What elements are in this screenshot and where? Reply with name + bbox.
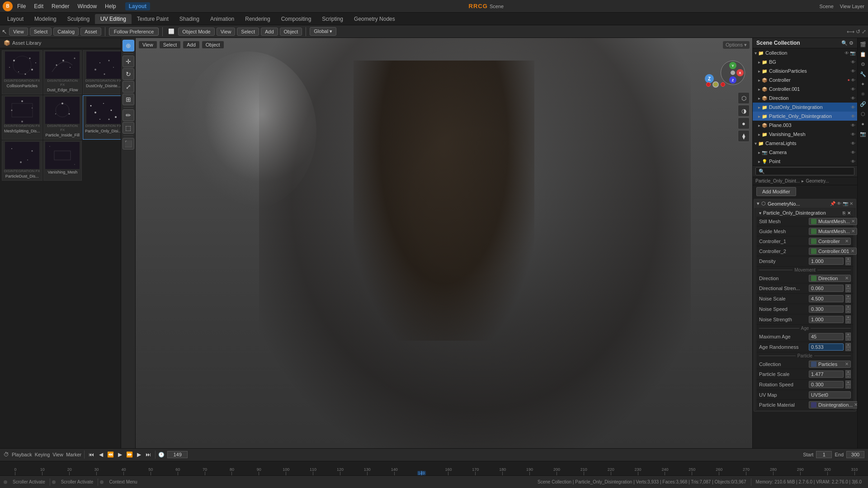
- outliner-arrow-vm[interactable]: ▸: [758, 132, 760, 137]
- ri-render-btn[interactable]: 📷: [859, 129, 868, 138]
- outliner-render-collection[interactable]: 📷: [850, 51, 855, 56]
- outliner-eye-do[interactable]: 👁: [851, 105, 855, 110]
- tab-shading[interactable]: Shading: [174, 14, 205, 24]
- outliner-arrow-cam[interactable]: ▸: [758, 150, 760, 155]
- tl-end-frame[interactable]: 300: [846, 451, 864, 458]
- tab-uv-editing[interactable]: UV Editing: [95, 14, 132, 24]
- outliner-bg[interactable]: ▸ 📁 BG 👁: [753, 57, 857, 66]
- tl-play-btn[interactable]: ▶: [116, 450, 124, 459]
- outliner-eye-pt[interactable]: 👁: [851, 159, 855, 164]
- outliner-arrow-po[interactable]: ▸: [758, 114, 760, 119]
- outliner-plane003[interactable]: ▸ 📦 Plane.003 👁: [753, 121, 857, 130]
- outliner-eye-vm[interactable]: 👁: [851, 132, 855, 137]
- ri-properties-btn[interactable]: ⚙: [859, 60, 868, 69]
- tab-sculpting[interactable]: Sculpting: [62, 14, 95, 24]
- submod-expand-icon[interactable]: ▾: [759, 211, 761, 216]
- rotate-tool-btn[interactable]: ↻: [123, 68, 134, 80]
- outliner-eye-ctrl001[interactable]: 👁: [851, 87, 855, 92]
- submod-delete-icon[interactable]: ✕: [847, 211, 851, 216]
- outliner-eye-dir[interactable]: 👁: [851, 96, 855, 101]
- noise-scale-minus[interactable]: -: [845, 299, 851, 303]
- asset-item-1[interactable]: DISINTEGRATION FX Dust_Edge_Flow: [43, 50, 82, 94]
- outliner-eye-cam[interactable]: 👁: [851, 150, 855, 155]
- menu-help[interactable]: Help: [101, 2, 120, 10]
- prop-dropdown-still-mesh[interactable]: MutantMesh... ✕: [809, 218, 857, 225]
- menu-file[interactable]: File: [14, 2, 29, 10]
- prop-input-age-rand[interactable]: 0.533: [809, 343, 844, 351]
- tl-marker-label[interactable]: Marker: [66, 452, 81, 457]
- tab-scripting[interactable]: Scripting: [316, 14, 349, 24]
- ri-data-btn[interactable]: ⬡: [859, 109, 868, 118]
- asset-item-4[interactable]: DISINTEGRATION FX Particle_Inside_Fill: [43, 95, 82, 140]
- outliner-arrow-pt[interactable]: ▸: [758, 159, 760, 164]
- tl-next-keyframe-btn[interactable]: ⏩: [125, 450, 133, 459]
- dir-strength-minus[interactable]: -: [845, 288, 851, 292]
- tl-jump-start-btn[interactable]: ⏮: [87, 450, 95, 459]
- ctrl2-x[interactable]: ✕: [851, 249, 854, 253]
- follow-pref-btn[interactable]: Follow Preference: [109, 28, 159, 36]
- viewport-overlay-btn[interactable]: ◑: [738, 105, 750, 117]
- noise-scale-plus[interactable]: +: [845, 295, 851, 299]
- asset-item-5[interactable]: DISINTEGRATION FX Particle_Only_Disi...: [83, 95, 121, 140]
- tab-compositing[interactable]: Compositing: [276, 14, 317, 24]
- tl-view-label[interactable]: View: [52, 452, 63, 457]
- max-age-minus[interactable]: -: [845, 337, 851, 341]
- ri-outliner-btn[interactable]: 📋: [859, 50, 868, 59]
- density-plus-btn[interactable]: +: [845, 257, 851, 261]
- transform-global-btn[interactable]: Global ▾: [310, 27, 336, 36]
- modifier-render-icon[interactable]: 📷: [843, 201, 848, 206]
- viewport-select-btn[interactable]: Select: [159, 41, 181, 49]
- density-minus-btn[interactable]: -: [845, 261, 851, 265]
- catalog-btn[interactable]: Catalog: [53, 28, 79, 36]
- outliner-eye-bg[interactable]: 👁: [851, 60, 855, 65]
- tab-animation[interactable]: Animation: [205, 14, 240, 24]
- viewport-options-btn[interactable]: Options ▾: [723, 41, 750, 49]
- scale-tool-btn[interactable]: ⤢: [123, 81, 134, 93]
- asset-item-3[interactable]: DISINTEGRATION FX MeshSplitting_Dis...: [2, 95, 42, 140]
- viewport-add-btn[interactable]: Add: [183, 41, 200, 49]
- tl-next-frame-btn[interactable]: ▶: [135, 450, 143, 459]
- ri-scene-btn[interactable]: 🎬: [859, 40, 868, 49]
- outliner-arrow-pl[interactable]: ▸: [758, 123, 760, 128]
- view-btn[interactable]: View: [9, 28, 28, 36]
- viewport-view-btn[interactable]: View: [138, 41, 157, 49]
- tab-geometry-nodes[interactable]: Geometry Nodes: [349, 14, 401, 24]
- outliner-arrow-bg[interactable]: ▸: [758, 60, 760, 65]
- particle-scale-minus[interactable]: -: [845, 374, 851, 378]
- object-btn[interactable]: Object: [280, 28, 302, 36]
- asset-item-6[interactable]: DISINTEGRATION FX ParticleDust_Dis...: [2, 141, 42, 181]
- select-btn[interactable]: Select: [30, 28, 52, 36]
- outliner-arrow-dir[interactable]: ▸: [758, 96, 760, 101]
- outliner-direction[interactable]: ▸ 📦 Direction 👁: [753, 94, 857, 103]
- ri-physics-btn[interactable]: ⚛: [859, 89, 868, 99]
- add-modifier-btn[interactable]: Add Modifier: [756, 187, 796, 196]
- add-object-btn[interactable]: ⬛: [123, 138, 134, 150]
- transform-tool-btn[interactable]: ⊞: [123, 94, 134, 105]
- gizmo-x-axis[interactable]: X: [736, 69, 744, 76]
- annotate-tool-btn[interactable]: ✏: [123, 109, 134, 121]
- menu-window[interactable]: Window: [74, 2, 100, 10]
- noise-speed-minus[interactable]: -: [845, 309, 851, 313]
- age-rand-plus[interactable]: +: [845, 343, 851, 347]
- scene-filter-icon[interactable]: 🔍: [841, 40, 848, 46]
- outliner-arrow-do[interactable]: ▸: [758, 105, 760, 110]
- outliner-eye-pl[interactable]: 👁: [851, 123, 855, 128]
- tl-playback-label[interactable]: Playback: [12, 452, 32, 457]
- prop-input-noise-scale[interactable]: 4.500: [809, 295, 844, 302]
- menu-render[interactable]: Render: [48, 2, 73, 10]
- ctrl1-x[interactable]: ✕: [845, 239, 849, 244]
- prop-dropdown-particle-material[interactable]: Disintegration... ✕: [809, 401, 857, 408]
- breadcrumb-part2[interactable]: Geometry...: [806, 178, 829, 183]
- ri-modifier-btn[interactable]: 🔧: [859, 70, 868, 79]
- gizmo-z-axis[interactable]: Z: [729, 76, 736, 84]
- outliner-point[interactable]: ▸ 💡 Point 👁: [753, 157, 857, 166]
- outliner-camera-lights[interactable]: ▾ 📁 CameraLights 👁: [753, 139, 857, 148]
- tab-modeling[interactable]: Modeling: [29, 14, 62, 24]
- gizmo-y-axis[interactable]: Y: [729, 62, 736, 69]
- submod-copy-icon[interactable]: ⎘: [843, 211, 845, 216]
- viewport-perspective-btn[interactable]: ⬡: [738, 92, 750, 104]
- particle-scale-plus[interactable]: +: [845, 370, 851, 374]
- tab-texture-paint[interactable]: Texture Paint: [132, 14, 174, 24]
- tl-prev-frame-btn[interactable]: ◀: [97, 450, 105, 459]
- tab-layout[interactable]: Layout: [2, 14, 29, 24]
